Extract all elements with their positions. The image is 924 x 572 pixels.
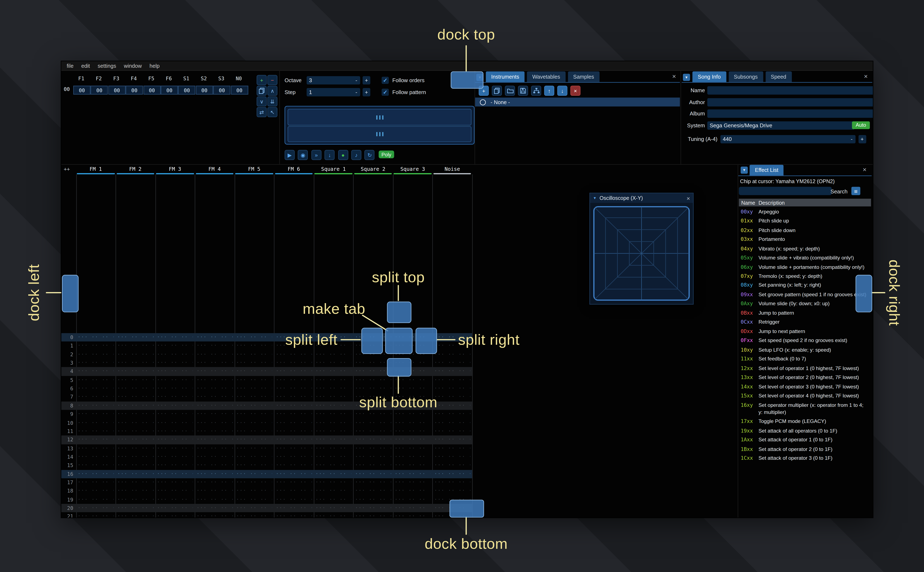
pattern-cell[interactable]: ··· ·· ·· ··· [236,504,272,513]
dock-top-target[interactable] [451,71,483,89]
pattern-cell[interactable]: ··· ·· ·· ··· [315,367,351,376]
oscilloscope-title-bar[interactable]: ▼ Oscilloscope (X-Y) × [590,193,693,203]
pattern-cell[interactable]: ··· ·· ·· ··· [78,504,114,513]
pattern-cell[interactable]: ··· ·· ·· ··· [355,410,391,418]
step-button[interactable]: » [312,150,321,160]
pattern-cell[interactable]: ··· ·· ·· ··· [78,384,114,393]
effect-row[interactable]: 04xyVibrato (x: speed; y: depth) [738,244,871,253]
pattern-cell[interactable]: ··· ·· ·· ··· [196,435,232,444]
pattern-cell[interactable]: ··· ·· ·· ··· [276,513,312,518]
pattern-cell[interactable]: ··· ·· ·· ··· [435,478,471,487]
pattern-cell[interactable]: ··· ·· ·· ··· [276,393,312,401]
menu-edit[interactable]: edit [81,63,90,68]
pattern-cell[interactable]: ··· ·· ·· ··· [196,410,232,418]
effect-row[interactable]: 17xxToggle PCM mode (LEGACY) [738,417,871,426]
order-cell[interactable]: 00 [178,86,196,95]
pattern-cell[interactable]: ··· ·· ·· ··· [117,367,153,376]
pattern-cell[interactable]: ··· ·· ·· ··· [315,376,351,384]
effect-row[interactable]: 12xxSet level of operator 1 (0 highest, … [738,363,871,373]
pattern-cell[interactable]: ··· ·· ·· ··· [236,470,272,478]
pattern-cell[interactable]: ··· ·· ·· ··· [315,359,351,367]
pattern-cell[interactable]: ··· ·· ·· ··· [117,384,153,393]
menu-settings[interactable]: settings [98,63,116,68]
pattern-row[interactable]: 14··· ·· ·· ······ ·· ·· ······ ·· ·· ··… [61,452,472,461]
pattern-cell[interactable]: ··· ·· ·· ··· [355,359,391,367]
pattern-cell[interactable]: ··· ·· ·· ··· [236,410,272,418]
pattern-cell[interactable]: ··· ·· ·· ··· [276,367,312,376]
pattern-row[interactable]: 12··· ·· ·· ······ ·· ·· ······ ·· ·· ··… [61,435,472,444]
pattern-row[interactable]: 5··· ·· ·· ······ ·· ·· ······ ·· ·· ···… [61,376,472,384]
auto-button[interactable]: Auto [852,121,870,129]
chevron-down-icon[interactable]: ▼ [683,74,690,81]
pattern-channel-fm-5[interactable]: FM 5 [234,166,274,172]
tab-subsongs[interactable]: Subsongs [728,71,763,82]
tab-effect-list[interactable]: Effect List [749,165,784,176]
effect-row[interactable]: 05xyVolume slide + vibrato (compatibilit… [738,253,871,262]
pattern-cell[interactable]: ··· ·· ·· ··· [276,495,312,504]
pattern-cell[interactable]: ··· ·· ·· ··· [78,393,114,401]
pattern-cell[interactable]: ··· ·· ·· ··· [196,376,232,384]
pattern-cell[interactable]: ··· ·· ·· ··· [196,495,232,504]
pattern-cell[interactable]: ··· ·· ·· ··· [435,376,471,384]
pattern-cell[interactable]: ··· ·· ·· ··· [315,384,351,393]
menu-window[interactable]: window [124,63,142,68]
pattern-cell[interactable]: ··· ·· ·· ··· [157,342,193,350]
pattern-cell[interactable]: ··· ·· ·· ··· [315,461,351,470]
author-input[interactable] [707,98,873,106]
pattern-cell[interactable]: ··· ·· ·· ··· [78,513,114,518]
album-input[interactable] [707,110,873,118]
name-input[interactable] [707,86,873,95]
pattern-row[interactable]: 20··· ·· ·· ······ ·· ·· ······ ·· ·· ··… [61,504,472,513]
pattern-cell[interactable]: ··· ·· ·· ··· [196,367,232,376]
pattern-cell[interactable]: ··· ·· ·· ··· [117,504,153,513]
effect-row[interactable]: 19xxSet attack of all operators (0 to 1F… [738,426,871,435]
order-cell[interactable]: 00 [108,86,126,95]
order-move-down-button[interactable]: ∨ [257,96,266,106]
pattern-cell[interactable]: ··· ·· ·· ··· [117,350,153,359]
instrument-clone-button[interactable] [492,86,502,96]
pattern-cell[interactable]: ··· ·· ·· ··· [78,359,114,367]
follow-pattern-checkbox[interactable]: ✓ [382,89,389,96]
octave-input[interactable]: 3 [307,76,355,84]
pattern-cell[interactable]: ··· ·· ·· ··· [157,513,193,518]
chevron-down-icon[interactable]: ▼ [741,166,748,174]
instrument-move-down-button[interactable]: ↓ [557,86,567,96]
play-pattern-button[interactable]: ◉ [298,150,308,160]
pattern-cell[interactable]: ··· ·· ·· ··· [157,401,193,410]
pattern-cell[interactable]: ··· ·· ·· ··· [276,444,312,452]
pattern-cell[interactable]: ··· ·· ·· ··· [78,410,114,418]
pattern-cell[interactable]: ··· ·· ·· ··· [315,410,351,418]
pattern-cell[interactable]: ··· ·· ·· ··· [435,461,471,470]
order-cell[interactable]: 00 [213,86,231,95]
pattern-cell[interactable]: ··· ·· ·· ··· [236,418,272,427]
dock-right-target[interactable] [855,275,872,312]
pattern-cell[interactable]: ··· ·· ·· ··· [196,478,232,487]
pattern-cell[interactable]: ··· ·· ·· ··· [157,478,193,487]
pattern-cell[interactable]: ··· ·· ·· ··· [435,367,471,376]
pattern-cell[interactable]: ··· ·· ·· ··· [315,393,351,401]
pattern-cell[interactable]: ··· ·· ·· ··· [196,384,232,393]
pattern-cell[interactable]: ··· ·· ·· ··· [157,367,193,376]
pattern-cell[interactable]: ··· ·· ·· ··· [236,427,272,436]
pattern-cell[interactable]: ··· ·· ·· ··· [196,487,232,495]
pattern-cell[interactable]: ··· ·· ·· ··· [395,487,431,495]
tab-samples[interactable]: Samples [568,71,600,82]
order-exchange-button[interactable]: ⇄ [257,107,266,117]
pattern-cell[interactable]: ··· ·· ·· ··· [78,487,114,495]
pattern-cell[interactable]: ··· ·· ·· ··· [78,401,114,410]
pattern-cell[interactable]: ··· ·· ·· ··· [78,470,114,478]
pattern-cell[interactable]: ··· ·· ·· ··· [315,452,351,461]
close-icon[interactable]: × [672,73,676,80]
pattern-cell[interactable]: ··· ·· ·· ··· [355,495,391,504]
pattern-cell[interactable]: ··· ·· ·· ··· [355,470,391,478]
pattern-cell[interactable]: ··· ·· ·· ··· [435,359,471,367]
split-left-target[interactable] [361,328,383,354]
pattern-cell[interactable]: ··· ·· ·· ··· [276,487,312,495]
effect-row[interactable]: 07xyTremolo (x: speed; y: depth) [738,271,871,281]
pattern-cell[interactable]: ··· ·· ·· ··· [236,333,272,342]
pattern-cell[interactable]: ··· ·· ·· ··· [315,435,351,444]
pattern-cell[interactable]: ··· ·· ·· ··· [276,504,312,513]
pattern-cell[interactable]: ··· ·· ·· ··· [435,444,471,452]
pattern-cell[interactable]: ··· ·· ·· ··· [236,461,272,470]
pattern-cell[interactable]: ··· ·· ·· ··· [236,393,272,401]
